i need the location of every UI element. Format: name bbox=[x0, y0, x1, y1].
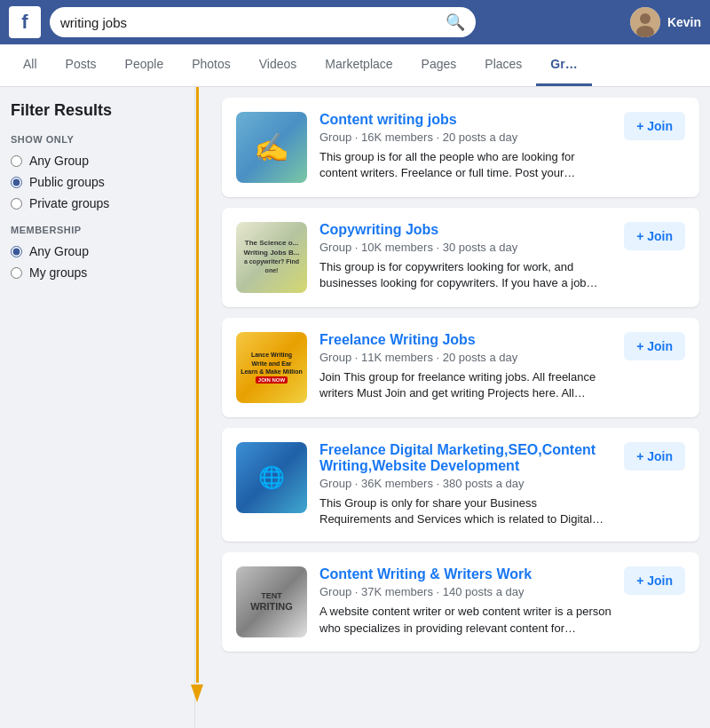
group-card-3: Lance WritingWrite and EarLearn & Make M… bbox=[222, 318, 699, 417]
group-card-1: ✍ Content writing jobs Group · 16K membe… bbox=[222, 98, 699, 197]
group-meta-1: Group · 16K members · 20 posts a day bbox=[320, 131, 611, 144]
radio-any-group-label: Any Group bbox=[29, 154, 89, 168]
group-image-1: ✍ bbox=[236, 112, 307, 183]
tab-photos[interactable]: Photos bbox=[178, 44, 245, 86]
tab-places[interactable]: Places bbox=[470, 44, 536, 86]
radio-private-groups-label: Private groups bbox=[29, 196, 109, 210]
group-img-text-3: Lance WritingWrite and EarLearn & Make M… bbox=[237, 347, 306, 387]
arrow-line bbox=[196, 87, 199, 683]
group-desc-4: This Group is only for share your Busine… bbox=[320, 495, 611, 527]
main-layout: Filter Results SHOW ONLY Any Group Publi… bbox=[0, 87, 710, 727]
arrow-head bbox=[191, 684, 203, 702]
tab-all[interactable]: All bbox=[9, 44, 51, 86]
filter-title: Filter Results bbox=[11, 101, 184, 120]
group-img-text-2: The Science o...Writing Jobs B...a copyw… bbox=[236, 235, 307, 280]
group-card-5: TENTWRITING Content Writing & Writers Wo… bbox=[222, 552, 699, 652]
avatar bbox=[630, 7, 660, 37]
tab-people[interactable]: People bbox=[111, 44, 178, 86]
facebook-logo: f bbox=[9, 6, 41, 38]
group-meta-2: Group · 10K members · 30 posts a day bbox=[320, 241, 611, 254]
group-card-2: The Science o...Writing Jobs B...a copyw… bbox=[222, 208, 699, 307]
group-name-3[interactable]: Freelance Writing Jobs bbox=[320, 332, 611, 348]
radio-my-groups-label: My groups bbox=[29, 265, 87, 280]
group-meta-5: Group · 37K members · 140 posts a day bbox=[320, 585, 611, 598]
group-img-icon-1: ✍ bbox=[254, 131, 289, 164]
radio-private-groups[interactable]: Private groups bbox=[11, 196, 184, 210]
arrow-indicator bbox=[191, 87, 203, 727]
group-name-4[interactable]: Freelance Digital Marketing,SEO,Content … bbox=[320, 442, 611, 474]
radio-any-group-mem[interactable]: Any Group bbox=[11, 244, 184, 258]
group-info-2: Copywriting Jobs Group · 10K members · 3… bbox=[320, 222, 611, 291]
group-img-text-5: TENTWRITING bbox=[247, 588, 296, 616]
group-desc-3: Join This group for freelance writing jo… bbox=[320, 369, 611, 401]
group-image-3: Lance WritingWrite and EarLearn & Make M… bbox=[236, 332, 307, 403]
tab-marketplace[interactable]: Marketplace bbox=[311, 44, 406, 86]
join-button-1[interactable]: + Join bbox=[624, 112, 685, 140]
group-name-1[interactable]: Content writing jobs bbox=[320, 112, 611, 128]
group-desc-2: This group is for copywriters looking fo… bbox=[320, 259, 611, 291]
header: f 🔍 Kevin bbox=[0, 0, 710, 44]
show-only-group: Any Group Public groups Private groups bbox=[11, 154, 184, 210]
join-button-5[interactable]: + Join bbox=[624, 566, 685, 595]
group-card-4: 🌐 Freelance Digital Marketing,SEO,Conten… bbox=[222, 428, 699, 542]
group-desc-1: This group is for all the people who are… bbox=[320, 149, 611, 181]
search-input[interactable] bbox=[60, 15, 438, 30]
group-image-4: 🌐 bbox=[236, 442, 307, 513]
nav-tabs: All Posts People Photos Videos Marketpla… bbox=[0, 44, 710, 87]
group-image-2: The Science o...Writing Jobs B...a copyw… bbox=[236, 222, 307, 293]
svg-point-1 bbox=[640, 13, 651, 24]
radio-any-group[interactable]: Any Group bbox=[11, 154, 184, 168]
group-img-icon-4: 🌐 bbox=[258, 465, 285, 490]
join-button-2[interactable]: + Join bbox=[624, 222, 685, 250]
group-info-5: Content Writing & Writers Work Group · 3… bbox=[320, 566, 611, 636]
tab-groups[interactable]: Gr… bbox=[536, 44, 591, 86]
group-desc-5: A website content writer or web content … bbox=[320, 604, 611, 636]
radio-my-groups[interactable]: My groups bbox=[11, 265, 184, 280]
group-info-3: Freelance Writing Jobs Group · 11K membe… bbox=[320, 332, 611, 401]
membership-group: Any Group My groups bbox=[11, 244, 184, 280]
user-section: Kevin bbox=[630, 7, 701, 37]
tab-posts[interactable]: Posts bbox=[51, 44, 111, 86]
tab-pages[interactable]: Pages bbox=[407, 44, 471, 86]
results-area: ✍ Content writing jobs Group · 16K membe… bbox=[195, 87, 710, 727]
tab-videos[interactable]: Videos bbox=[245, 44, 312, 86]
radio-public-groups-label: Public groups bbox=[29, 175, 105, 189]
user-name-label: Kevin bbox=[667, 15, 701, 29]
join-button-4[interactable]: + Join bbox=[624, 442, 685, 471]
group-image-5: TENTWRITING bbox=[236, 566, 307, 637]
membership-label: MEMBERSHIP bbox=[11, 225, 184, 235]
join-button-3[interactable]: + Join bbox=[624, 332, 685, 360]
show-only-label: SHOW ONLY bbox=[11, 134, 184, 145]
sidebar: Filter Results SHOW ONLY Any Group Publi… bbox=[0, 87, 195, 727]
search-button[interactable]: 🔍 bbox=[446, 12, 465, 32]
radio-public-groups[interactable]: Public groups bbox=[11, 175, 184, 189]
group-meta-4: Group · 36K members · 380 posts a day bbox=[320, 477, 611, 490]
search-bar: 🔍 bbox=[50, 7, 476, 37]
group-info-1: Content writing jobs Group · 16K members… bbox=[320, 112, 611, 181]
avatar-img bbox=[630, 7, 660, 37]
group-meta-3: Group · 11K members · 20 posts a day bbox=[320, 351, 611, 364]
group-name-5[interactable]: Content Writing & Writers Work bbox=[320, 566, 611, 582]
group-name-2[interactable]: Copywriting Jobs bbox=[320, 222, 611, 238]
radio-any-group-mem-label: Any Group bbox=[29, 244, 89, 258]
group-info-4: Freelance Digital Marketing,SEO,Content … bbox=[320, 442, 611, 527]
